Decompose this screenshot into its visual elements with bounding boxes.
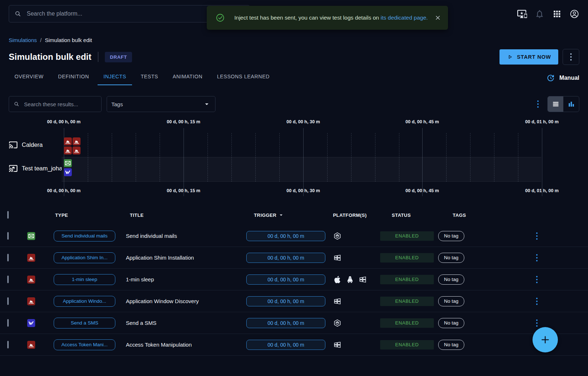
inject-type-chip[interactable]: Send individual mails <box>54 231 115 241</box>
inject-type-icon-cell <box>27 319 51 327</box>
axis-label-top: 00 d, 00 h, 00 m <box>47 119 81 124</box>
axis-label-bottom: 00 d, 01 h, 00 m <box>525 188 559 193</box>
trigger-chip[interactable]: 00 d, 00 h, 00 m <box>246 231 325 241</box>
platforms-cell <box>330 340 377 349</box>
trigger-chip[interactable]: 00 d, 00 h, 00 m <box>246 253 325 263</box>
caldera-inject-cluster[interactable] <box>64 137 80 154</box>
header-kebab-menu-button[interactable] <box>563 49 579 65</box>
header-status[interactable]: STATUS <box>377 212 435 218</box>
table-row[interactable]: Application Shim In... Application Shim … <box>0 247 588 269</box>
row-checkbox[interactable] <box>7 254 9 261</box>
table-row[interactable]: Access Token Mani... Access Token Manipu… <box>0 334 588 356</box>
row-kebab-menu[interactable] <box>536 319 543 327</box>
header-platforms[interactable]: PLATFORM(S) <box>330 212 377 218</box>
tab-overview[interactable]: OVERVIEW <box>9 69 49 85</box>
timeline-row-name: Caldera <box>22 141 43 148</box>
team-inject-cluster[interactable] <box>64 159 71 176</box>
tags-filter-select[interactable]: Tags <box>107 96 215 112</box>
row-kebab-menu[interactable] <box>536 232 543 240</box>
tag-chip[interactable]: No tag <box>438 296 464 306</box>
tag-chip[interactable]: No tag <box>438 318 464 328</box>
tab-lessons-learned[interactable]: LESSONS LEARNED <box>211 69 275 85</box>
results-search-input[interactable] <box>23 101 97 108</box>
tab-tests[interactable]: TESTS <box>135 69 164 85</box>
trigger-mode-label: Manual <box>559 75 579 81</box>
kebab-dots-icon <box>570 53 572 61</box>
tab-definition[interactable]: DEFINITION <box>52 69 95 85</box>
close-icon[interactable] <box>434 14 441 21</box>
inject-type-chip[interactable]: 1-min sleep <box>54 274 115 285</box>
trigger-chip[interactable]: 00 d, 00 h, 00 m <box>246 340 325 350</box>
row-checkbox[interactable] <box>7 232 9 240</box>
platforms-cell <box>330 319 377 327</box>
table-row[interactable]: 1-min sleep 1-min sleep 00 d, 00 h, 00 m… <box>0 269 588 290</box>
play-icon <box>507 54 513 60</box>
account-circle-icon[interactable] <box>570 9 579 19</box>
inject-type-chip[interactable]: Send a SMS <box>54 318 115 329</box>
search-icon <box>14 10 22 18</box>
header-type[interactable]: TYPE <box>51 212 123 218</box>
inject-type-chip[interactable]: Application Windo... <box>54 296 115 307</box>
filter-bar: Tags <box>9 96 579 112</box>
start-now-label: START NOW <box>517 54 551 60</box>
row-checkbox[interactable] <box>7 297 9 305</box>
filter-kebab-menu[interactable] <box>537 100 539 108</box>
important-devices-icon[interactable] <box>517 9 527 19</box>
table-header-row: TYPE TITLE TRIGGER PLATFORM(S) STATUS TA… <box>0 205 588 225</box>
apps-grid-icon[interactable] <box>552 9 562 19</box>
tab-injects[interactable]: INJECTS <box>98 69 132 85</box>
trigger-chip[interactable]: 00 d, 00 h, 00 m <box>246 274 325 285</box>
start-now-button[interactable]: START NOW <box>499 49 558 65</box>
platforms-cell <box>330 275 377 284</box>
row-kebab-menu[interactable] <box>536 298 543 305</box>
inject-type-chip[interactable]: Access Token Mani... <box>54 339 115 350</box>
row-kebab-menu[interactable] <box>536 276 543 283</box>
list-view-button[interactable] <box>548 96 563 112</box>
status-chip: ENABLED <box>380 231 434 241</box>
row-checkbox[interactable] <box>7 319 9 327</box>
header-trigger[interactable]: TRIGGER <box>244 212 330 218</box>
breadcrumb-current: Simulation bulk edit <box>45 37 92 43</box>
tags-filter-label: Tags <box>111 101 123 107</box>
header-title[interactable]: TITLE <box>123 212 244 218</box>
windows-icon <box>333 253 342 262</box>
trigger-chip[interactable]: 00 d, 00 h, 00 m <box>246 296 325 306</box>
chart-view-button[interactable] <box>563 96 579 112</box>
inject-type-chip[interactable]: Application Shim In... <box>54 252 115 263</box>
row-kebab-menu[interactable] <box>536 254 543 261</box>
table-row[interactable]: Application Windo... Application Window … <box>0 290 588 312</box>
add-inject-fab[interactable] <box>533 327 558 352</box>
tabs: OVERVIEW DEFINITION INJECTS TESTS ANIMAT… <box>9 69 275 85</box>
chevron-down-icon <box>203 100 211 108</box>
tag-chip[interactable]: No tag <box>438 253 464 263</box>
header-tags[interactable]: TAGS <box>435 212 522 218</box>
tag-chip[interactable]: No tag <box>438 274 464 285</box>
toast-dedicated-page-link[interactable]: its dedicated page. <box>381 15 428 21</box>
toast-notification: Inject test has been sent, you can view … <box>207 6 448 30</box>
tag-chip[interactable]: No tag <box>438 340 464 350</box>
select-all-checkbox[interactable] <box>7 211 9 219</box>
results-search[interactable] <box>9 96 102 112</box>
success-check-icon <box>215 13 225 22</box>
platforms-cell <box>330 253 377 262</box>
row-checkbox[interactable] <box>7 341 9 348</box>
notifications-icon[interactable] <box>535 9 544 19</box>
caldera-icon <box>73 146 81 154</box>
linux-icon <box>346 275 354 284</box>
breadcrumb-simulations-link[interactable]: Simulations <box>9 37 37 43</box>
mail-icon <box>64 159 72 167</box>
update-clock-icon[interactable] <box>546 74 555 82</box>
table-row[interactable]: Send individual mails Send individual ma… <box>0 225 588 247</box>
breadcrumb: Simulations / Simulation bulk edit <box>9 37 588 43</box>
tab-animation[interactable]: ANIMATION <box>167 69 208 85</box>
mail-icon <box>27 232 35 240</box>
trigger-chip[interactable]: 00 d, 00 h, 00 m <box>246 318 325 328</box>
tag-chip[interactable]: No tag <box>438 231 464 241</box>
inject-type-icon-cell <box>27 254 51 262</box>
row-checkbox[interactable] <box>7 276 9 283</box>
axis-label-bottom: 00 d, 00 h, 15 m <box>167 188 200 193</box>
table-row[interactable]: Send a SMS Send a SMS 00 d, 00 h, 00 m E… <box>0 312 588 334</box>
axis-label-top: 00 d, 00 h, 15 m <box>167 119 200 124</box>
view-toggle-group <box>547 96 579 112</box>
status-chip: ENABLED <box>380 253 434 263</box>
